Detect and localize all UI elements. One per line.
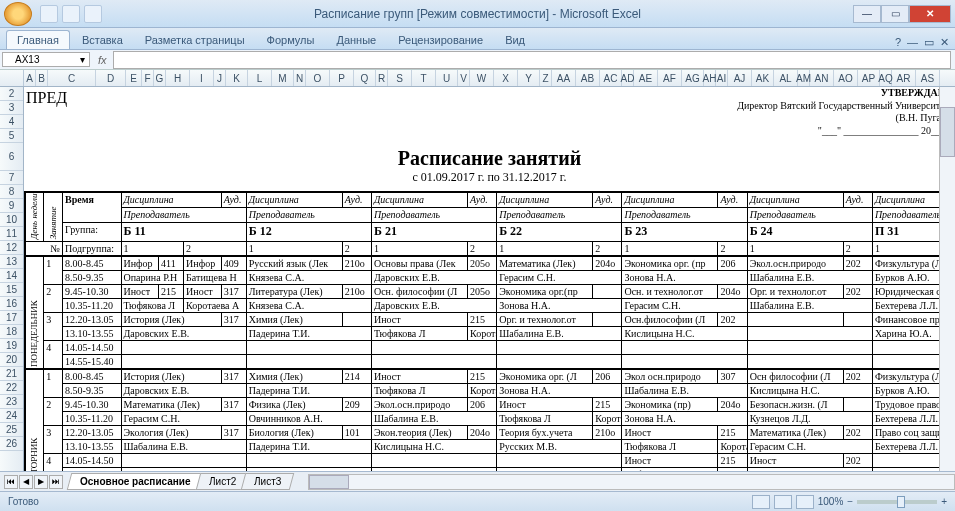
row-header[interactable]: 6 bbox=[0, 143, 23, 171]
row-header[interactable]: 2 bbox=[0, 87, 23, 101]
column-header[interactable]: L bbox=[248, 70, 272, 86]
formula-input[interactable] bbox=[113, 51, 951, 69]
maximize-button[interactable]: ▭ bbox=[881, 5, 909, 23]
column-header[interactable]: A bbox=[24, 70, 36, 86]
cells-area[interactable]: ПРЕД УТВЕРЖДАЮ Директор Вятский Государс… bbox=[24, 87, 955, 471]
zoom-thumb[interactable] bbox=[897, 496, 905, 508]
tab-view[interactable]: Вид bbox=[495, 31, 535, 49]
column-header[interactable]: AL bbox=[774, 70, 798, 86]
minimize-ribbon-icon[interactable]: — bbox=[907, 36, 918, 49]
row-header[interactable]: 4 bbox=[0, 115, 23, 129]
column-header[interactable]: S bbox=[388, 70, 412, 86]
column-header[interactable]: AJ bbox=[728, 70, 752, 86]
minimize-button[interactable]: — bbox=[853, 5, 881, 23]
sheet-tab-main[interactable]: Основное расписание bbox=[67, 473, 204, 490]
save-icon[interactable] bbox=[40, 5, 58, 23]
row-header[interactable]: 19 bbox=[0, 339, 23, 353]
row-header[interactable]: 23 bbox=[0, 395, 23, 409]
column-header[interactable]: T bbox=[412, 70, 436, 86]
row-header[interactable]: 7 bbox=[0, 171, 23, 185]
column-header[interactable]: AB bbox=[576, 70, 600, 86]
column-header[interactable]: C bbox=[48, 70, 96, 86]
zoom-slider[interactable] bbox=[857, 500, 937, 504]
column-header[interactable]: X bbox=[494, 70, 518, 86]
row-header[interactable]: 16 bbox=[0, 297, 23, 311]
column-header[interactable]: AQ bbox=[880, 70, 892, 86]
sheet-tab-3[interactable]: Лист3 bbox=[241, 473, 295, 490]
column-header[interactable]: K bbox=[226, 70, 248, 86]
close-button[interactable]: ✕ bbox=[909, 5, 951, 23]
column-header[interactable]: Q bbox=[354, 70, 376, 86]
column-header[interactable]: N bbox=[294, 70, 306, 86]
column-header[interactable]: AE bbox=[634, 70, 658, 86]
row-header[interactable]: 11 bbox=[0, 227, 23, 241]
tab-nav-prev-icon[interactable]: ◀ bbox=[19, 475, 33, 489]
row-header[interactable]: 24 bbox=[0, 409, 23, 423]
column-header[interactable]: AC bbox=[600, 70, 622, 86]
office-button[interactable] bbox=[4, 2, 32, 26]
column-header[interactable]: B bbox=[36, 70, 48, 86]
column-header[interactable]: I bbox=[190, 70, 214, 86]
row-header[interactable]: 15 bbox=[0, 283, 23, 297]
row-header[interactable]: 8 bbox=[0, 185, 23, 199]
column-header[interactable]: M bbox=[272, 70, 294, 86]
tab-data[interactable]: Данные bbox=[326, 31, 386, 49]
row-header[interactable]: 12 bbox=[0, 241, 23, 255]
column-header[interactable]: AP bbox=[858, 70, 880, 86]
view-layout-icon[interactable] bbox=[774, 495, 792, 509]
column-header[interactable]: AI bbox=[716, 70, 728, 86]
vscroll-thumb[interactable] bbox=[940, 107, 955, 157]
chevron-down-icon[interactable]: ▾ bbox=[80, 54, 85, 65]
column-header[interactable]: AM bbox=[798, 70, 810, 86]
tab-nav-next-icon[interactable]: ▶ bbox=[34, 475, 48, 489]
undo-icon[interactable] bbox=[62, 5, 80, 23]
column-header[interactable]: AK bbox=[752, 70, 774, 86]
row-header[interactable]: 26 bbox=[0, 437, 23, 451]
column-header[interactable]: AF bbox=[658, 70, 682, 86]
fx-icon[interactable]: fx bbox=[92, 54, 113, 66]
row-header[interactable]: 25 bbox=[0, 423, 23, 437]
tab-nav-first-icon[interactable]: ⏮ bbox=[4, 475, 18, 489]
row-header[interactable]: 18 bbox=[0, 325, 23, 339]
view-normal-icon[interactable] bbox=[752, 495, 770, 509]
row-header[interactable]: 5 bbox=[0, 129, 23, 143]
vertical-scrollbar[interactable] bbox=[939, 87, 955, 471]
tab-insert[interactable]: Вставка bbox=[72, 31, 133, 49]
horizontal-scrollbar[interactable] bbox=[308, 474, 955, 490]
row-header[interactable]: 21 bbox=[0, 367, 23, 381]
column-header[interactable]: Y bbox=[518, 70, 540, 86]
column-header[interactable]: F bbox=[142, 70, 154, 86]
column-header[interactable]: E bbox=[126, 70, 142, 86]
column-header[interactable]: U bbox=[436, 70, 458, 86]
redo-icon[interactable] bbox=[84, 5, 102, 23]
zoom-out-icon[interactable]: − bbox=[847, 496, 853, 507]
close-workbook-icon[interactable]: ✕ bbox=[940, 36, 949, 49]
column-header[interactable]: AN bbox=[810, 70, 834, 86]
column-header[interactable]: G bbox=[154, 70, 166, 86]
tab-review[interactable]: Рецензирование bbox=[388, 31, 493, 49]
row-header[interactable]: 10 bbox=[0, 213, 23, 227]
select-all-corner[interactable] bbox=[0, 70, 24, 86]
tab-formulas[interactable]: Формулы bbox=[257, 31, 325, 49]
zoom-in-icon[interactable]: + bbox=[941, 496, 947, 507]
row-header[interactable]: 9 bbox=[0, 199, 23, 213]
column-header[interactable]: AA bbox=[552, 70, 576, 86]
row-header[interactable]: 3 bbox=[0, 101, 23, 115]
column-header[interactable]: D bbox=[96, 70, 126, 86]
column-header[interactable]: AD bbox=[622, 70, 634, 86]
column-header[interactable]: J bbox=[214, 70, 226, 86]
column-header[interactable]: R bbox=[376, 70, 388, 86]
column-header[interactable]: H bbox=[166, 70, 190, 86]
tab-home[interactable]: Главная bbox=[6, 30, 70, 49]
column-header[interactable]: O bbox=[306, 70, 330, 86]
window-controls-icon[interactable]: ▭ bbox=[924, 36, 934, 49]
column-header[interactable]: P bbox=[330, 70, 354, 86]
column-header[interactable]: V bbox=[458, 70, 470, 86]
row-header[interactable]: 13 bbox=[0, 255, 23, 269]
hscroll-thumb[interactable] bbox=[309, 475, 349, 489]
tab-layout[interactable]: Разметка страницы bbox=[135, 31, 255, 49]
column-header[interactable]: AH bbox=[704, 70, 716, 86]
help-icon[interactable]: ? bbox=[895, 36, 901, 49]
column-header[interactable]: Z bbox=[540, 70, 552, 86]
row-header[interactable]: 14 bbox=[0, 269, 23, 283]
